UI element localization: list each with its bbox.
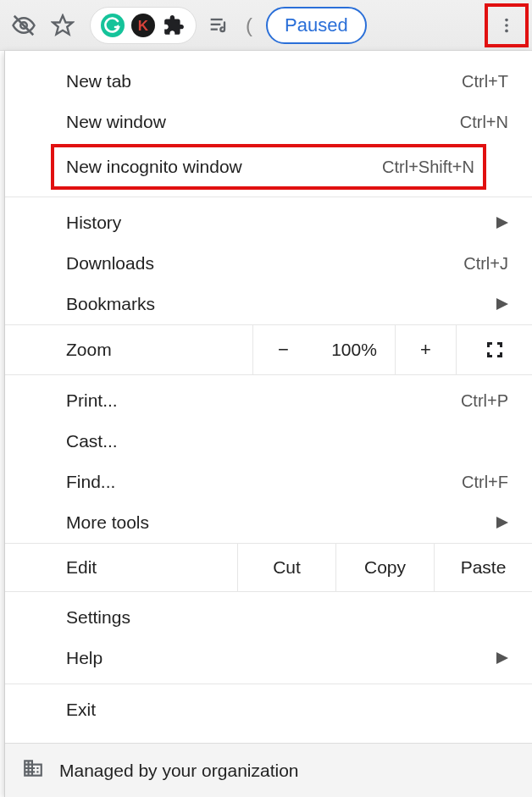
menu-find[interactable]: Find... Ctrl+F: [5, 462, 532, 502]
menu-edit-row: Edit Cut Copy Paste: [5, 543, 532, 592]
svg-point-11: [505, 24, 508, 27]
menu-label: Bookmarks: [66, 294, 496, 314]
menu-new-incognito-window[interactable]: New incognito window Ctrl+Shift+N: [51, 144, 486, 190]
extensions-group: K: [90, 7, 197, 44]
submenu-chevron-icon: [496, 213, 508, 233]
menu-divider: [5, 684, 532, 684]
chrome-main-menu: New tab Ctrl+T New window Ctrl+N New inc…: [4, 51, 532, 797]
menu-downloads[interactable]: Downloads Ctrl+J: [5, 243, 532, 284]
submenu-chevron-icon: [496, 512, 508, 533]
menu-label: New incognito window: [66, 157, 382, 177]
menu-bookmarks[interactable]: Bookmarks: [5, 284, 532, 324]
svg-marker-13: [496, 217, 508, 229]
menu-shortcut: Ctrl+Shift+N: [382, 158, 474, 177]
tracking-off-icon[interactable]: [7, 8, 41, 42]
menu-label: Print...: [66, 390, 461, 411]
menu-label: New tab: [66, 71, 462, 91]
media-control-icon[interactable]: [202, 8, 236, 42]
kebab-menu-button[interactable]: [485, 3, 529, 47]
menu-label: Find...: [66, 472, 462, 492]
menu-label: New window: [66, 112, 460, 132]
fullscreen-button[interactable]: [456, 325, 532, 374]
menu-label: Downloads: [66, 253, 463, 274]
menu-help[interactable]: Help: [5, 638, 532, 678]
managed-label: Managed by your organization: [59, 761, 299, 781]
menu-label: Help: [66, 648, 496, 668]
zoom-level-value: 100%: [313, 325, 395, 374]
svg-text:K: K: [138, 18, 149, 34]
menu-label: Cast...: [66, 431, 508, 451]
paused-label: Paused: [285, 14, 348, 36]
menu-exit[interactable]: Exit: [5, 689, 532, 730]
menu-print[interactable]: Print... Ctrl+P: [5, 380, 532, 421]
submenu-chevron-icon: [496, 294, 508, 314]
svg-point-10: [505, 19, 508, 22]
menu-history[interactable]: History: [5, 202, 532, 243]
bookmark-star-icon[interactable]: [46, 8, 80, 42]
menu-new-window[interactable]: New window Ctrl+N: [5, 102, 532, 142]
organization-icon: [22, 757, 44, 783]
edit-cut-button[interactable]: Cut: [237, 544, 335, 591]
menu-managed-footer[interactable]: Managed by your organization: [5, 743, 532, 797]
zoom-out-button[interactable]: −: [252, 325, 313, 374]
menu-cast[interactable]: Cast...: [5, 421, 532, 462]
menu-label: More tools: [66, 512, 496, 533]
profile-paused-button[interactable]: Paused: [266, 7, 367, 44]
menu-shortcut: Ctrl+F: [462, 473, 508, 492]
svg-marker-14: [496, 298, 508, 310]
menu-label: Exit: [66, 700, 508, 720]
zoom-in-button[interactable]: +: [395, 325, 456, 374]
svg-marker-15: [496, 517, 508, 529]
browser-toolbar: K ( Paused: [0, 0, 532, 51]
submenu-chevron-icon: [496, 648, 508, 668]
menu-settings[interactable]: Settings: [5, 597, 532, 638]
menu-more-tools[interactable]: More tools: [5, 502, 532, 543]
menu-shortcut: Ctrl+T: [462, 72, 508, 91]
edit-label: Edit: [5, 557, 237, 578]
menu-zoom-row: Zoom − 100% +: [5, 324, 532, 375]
svg-marker-2: [53, 15, 72, 34]
menu-new-tab[interactable]: New tab Ctrl+T: [5, 61, 532, 102]
grammarly-icon[interactable]: [97, 10, 128, 41]
edit-paste-button[interactable]: Paste: [434, 544, 532, 591]
menu-divider: [5, 196, 532, 197]
zoom-label: Zoom: [5, 340, 252, 360]
profile-paren: (: [246, 14, 252, 37]
menu-shortcut: Ctrl+N: [460, 113, 508, 132]
menu-shortcut: Ctrl+J: [463, 254, 508, 274]
menu-shortcut: Ctrl+P: [461, 391, 508, 411]
svg-point-12: [505, 30, 508, 33]
k-extension-icon[interactable]: K: [128, 10, 158, 41]
edit-copy-button[interactable]: Copy: [335, 544, 434, 591]
extensions-puzzle-icon[interactable]: [158, 10, 189, 41]
menu-label: Settings: [66, 607, 508, 628]
menu-label: History: [66, 213, 496, 233]
svg-marker-16: [496, 652, 508, 664]
